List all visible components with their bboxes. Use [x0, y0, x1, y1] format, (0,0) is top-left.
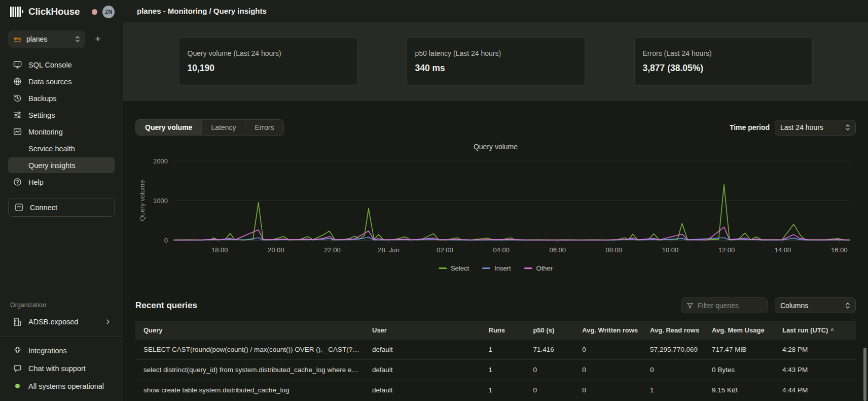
- stat-card-p50-latency: p50 latency (Last 24 hours) 340 ms: [407, 38, 585, 86]
- sidebar-item-query-insights[interactable]: Query insights: [8, 157, 115, 173]
- legend-swatch-icon: [439, 268, 447, 269]
- aws-icon: aws: [13, 36, 22, 43]
- table-cell: 0: [527, 380, 576, 400]
- sidebar: ClickHouse ZN aws planes +: [0, 0, 123, 401]
- svg-text:10:00: 10:00: [662, 246, 679, 254]
- scrollbar-thumb[interactable]: [863, 348, 866, 401]
- sidebar-item-help[interactable]: Help: [8, 174, 115, 190]
- notification-dot-icon[interactable]: [92, 9, 97, 15]
- table-row[interactable]: show create table system.distributed_cac…: [135, 380, 856, 400]
- tab-errors[interactable]: Errors: [245, 120, 283, 135]
- breadcrumb: planes - Monitoring / Query insights: [137, 7, 267, 15]
- column-header[interactable]: Runs: [483, 321, 527, 340]
- sidebar-item-backups[interactable]: Backups: [8, 90, 115, 106]
- recent-queries-header: Recent queries Columns: [135, 297, 856, 313]
- column-header[interactable]: Last run (UTC)^: [776, 321, 856, 340]
- chevron-updown-icon: [845, 302, 850, 309]
- filter-queries-box[interactable]: [681, 297, 768, 313]
- sidebar-item-monitoring[interactable]: Monitoring: [8, 124, 115, 140]
- svg-text:22:00: 22:00: [324, 246, 341, 254]
- recent-queries-table: QueryUserRunsp50 (s)Avg. Written rowsAvg…: [135, 321, 856, 400]
- table-row[interactable]: select distrinct(query_id) from system.d…: [135, 360, 856, 380]
- legend-item-other[interactable]: Other: [524, 264, 553, 272]
- columns-select[interactable]: Columns: [775, 297, 856, 313]
- sidebar-nav: SQL Console Data sources Backups: [8, 57, 115, 190]
- sidebar-item-service-health[interactable]: Service health: [8, 141, 115, 156]
- svg-text:12:00: 12:00: [718, 246, 735, 254]
- svg-text:0: 0: [164, 237, 168, 244]
- chat-bubble-icon: [13, 363, 22, 373]
- content: Query volume Latency Errors Time period …: [123, 101, 868, 401]
- data-sources-icon: [13, 77, 22, 86]
- stat-card-query-volume: Query volume (Last 24 hours) 10,190: [179, 38, 357, 86]
- filter-queries-input[interactable]: [698, 302, 756, 310]
- sidebar-item-settings[interactable]: Settings: [8, 107, 115, 123]
- time-period-label: Time period: [730, 123, 770, 131]
- integrations-icon: [13, 346, 22, 355]
- table-cell: 0 Bytes: [706, 360, 776, 380]
- legend-label: Insert: [494, 264, 511, 272]
- table-cell: 57,295,770,069: [644, 340, 706, 360]
- table-row[interactable]: SELECT CAST(round(pow(count() / max(coun…: [135, 340, 856, 360]
- service-selector[interactable]: aws planes: [8, 30, 85, 48]
- sidebar-item-label: Settings: [28, 111, 55, 119]
- column-header[interactable]: Query: [135, 321, 366, 340]
- sidebar-item-label: Backups: [28, 94, 57, 103]
- connect-icon: [14, 203, 24, 212]
- help-icon: [13, 177, 22, 187]
- legend-swatch-icon: [524, 268, 532, 269]
- table-cell: 9.15 KiB: [706, 380, 776, 400]
- organization-item[interactable]: ADSB.exposed: [8, 314, 115, 330]
- sidebar-item-sql-console[interactable]: SQL Console: [8, 57, 115, 73]
- chart-title: Query volume: [135, 143, 856, 151]
- svg-text:18:00: 18:00: [211, 246, 228, 254]
- table-cell: 0: [576, 340, 644, 360]
- svg-text:28. Jun: 28. Jun: [378, 246, 400, 254]
- tab-latency[interactable]: Latency: [202, 120, 245, 135]
- column-header[interactable]: User: [366, 321, 483, 340]
- legend-item-select[interactable]: Select: [439, 264, 469, 272]
- query-volume-chart-block: Query volume 01000200018:0020:0022:0028.…: [135, 143, 856, 272]
- table-cell: 1: [483, 360, 527, 380]
- sidebar-item-label: Data sources: [28, 78, 71, 86]
- svg-text:08:00: 08:00: [606, 246, 623, 254]
- sidebar-item-chat-support[interactable]: Chat with support: [8, 360, 115, 376]
- stat-label: p50 latency (Last 24 hours): [415, 49, 576, 57]
- column-header[interactable]: Avg. Mem Usage: [706, 321, 776, 340]
- organization-section-label: Organization: [10, 302, 115, 309]
- column-header[interactable]: Avg. Written rows: [576, 321, 644, 340]
- column-header[interactable]: p50 (s): [527, 321, 576, 340]
- stat-label: Errors (Last 24 hours): [643, 49, 804, 57]
- stat-value: 3,877 (38.05%): [643, 63, 804, 74]
- column-header[interactable]: Avg. Read rows: [644, 321, 706, 340]
- legend-item-insert[interactable]: Insert: [482, 264, 511, 272]
- console-icon: [13, 60, 22, 70]
- status-ok-dot-icon: [13, 381, 22, 391]
- recent-queries-controls: Columns: [681, 297, 856, 313]
- tab-query-volume[interactable]: Query volume: [136, 120, 202, 135]
- sidebar-item-label: Service health: [28, 145, 75, 153]
- time-period-select[interactable]: Last 24 hours: [775, 120, 856, 136]
- svg-text:aws: aws: [14, 36, 22, 41]
- table-cell: 4:28 PM: [776, 340, 856, 360]
- sidebar-item-label: SQL Console: [28, 61, 72, 69]
- sidebar-spacer: [8, 217, 115, 302]
- sidebar-item-label: Monitoring: [28, 128, 63, 136]
- sidebar-item-data-sources[interactable]: Data sources: [8, 74, 115, 89]
- clickhouse-logo-icon: [10, 7, 23, 17]
- user-avatar[interactable]: ZN: [102, 6, 115, 18]
- sidebar-item-system-status[interactable]: All systems operational: [8, 378, 115, 394]
- svg-text:04:00: 04:00: [493, 246, 510, 254]
- table-cell: 717.47 MiB: [706, 340, 776, 360]
- stat-label: Query volume (Last 24 hours): [188, 49, 349, 57]
- connect-button[interactable]: Connect: [8, 198, 115, 217]
- table-cell: 1: [483, 380, 527, 400]
- table-cell: 0: [576, 380, 644, 400]
- sidebar-item-label: Query insights: [28, 161, 76, 170]
- table-cell: 0: [644, 360, 706, 380]
- organization-building-icon: [13, 317, 22, 327]
- legend-label: Select: [451, 264, 469, 272]
- sidebar-item-integrations[interactable]: Integrations: [8, 343, 115, 358]
- add-service-button[interactable]: +: [90, 31, 105, 47]
- table-header-row: QueryUserRunsp50 (s)Avg. Written rowsAvg…: [135, 321, 856, 340]
